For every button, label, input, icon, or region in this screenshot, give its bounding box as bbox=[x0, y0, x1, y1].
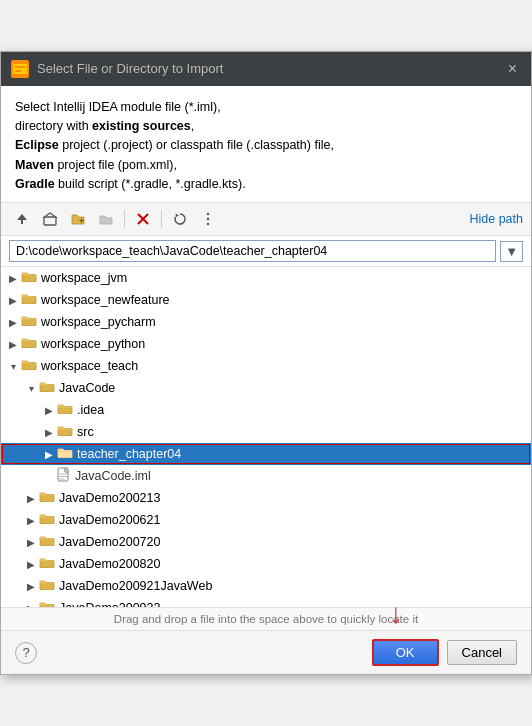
close-button[interactable]: × bbox=[504, 59, 521, 79]
more-button[interactable] bbox=[195, 208, 221, 230]
expand-arrow[interactable]: ▶ bbox=[5, 317, 21, 328]
tree-item[interactable]: JavaCode.iml bbox=[1, 465, 531, 487]
expand-arrow[interactable]: ▾ bbox=[5, 361, 21, 372]
expand-arrow[interactable]: ▶ bbox=[23, 515, 39, 526]
svg-rect-2 bbox=[15, 66, 25, 68]
tree-item-label: JavaDemo200922 bbox=[59, 601, 160, 607]
folder-icon bbox=[39, 556, 55, 572]
folder-icon bbox=[39, 534, 55, 550]
expand-arrow[interactable]: ▶ bbox=[41, 427, 57, 438]
path-input[interactable] bbox=[9, 240, 496, 262]
svg-point-10 bbox=[207, 223, 209, 225]
expand-arrow[interactable]: ▶ bbox=[23, 581, 39, 592]
toolbar-separator bbox=[124, 210, 125, 228]
folder-icon bbox=[39, 380, 55, 396]
help-button[interactable]: ? bbox=[15, 642, 37, 664]
expand-arrow[interactable]: ▶ bbox=[5, 273, 21, 284]
tree-item[interactable]: ▶ JavaDemo200921JavaWeb bbox=[1, 575, 531, 597]
file-icon bbox=[57, 467, 71, 486]
folder-icon bbox=[39, 512, 55, 528]
path-dropdown-button[interactable]: ▼ bbox=[500, 241, 523, 262]
tree-item[interactable]: ▶ teacher_chapter04 bbox=[1, 443, 531, 465]
folder-icon bbox=[39, 578, 55, 594]
tree-item-label: workspace_python bbox=[41, 337, 145, 351]
toolbar: + Hide path bbox=[1, 203, 531, 236]
tree-item[interactable]: ▶ workspace_pycharm bbox=[1, 311, 531, 333]
folder-icon bbox=[21, 292, 37, 308]
svg-rect-4 bbox=[44, 217, 56, 225]
tree-item-label: JavaDemo200720 bbox=[59, 535, 160, 549]
expand-arrow[interactable]: ▶ bbox=[23, 603, 39, 608]
tree-item-label: src bbox=[77, 425, 94, 439]
delete-button[interactable] bbox=[130, 208, 156, 230]
desc-line2-pre: directory with bbox=[15, 119, 92, 133]
tree-item-label: JavaDemo200820 bbox=[59, 557, 160, 571]
expand-arrow[interactable]: ▾ bbox=[23, 383, 39, 394]
collapse-button[interactable] bbox=[93, 208, 119, 230]
home-button[interactable] bbox=[37, 208, 63, 230]
tree-item[interactable]: ▶ workspace_jvm bbox=[1, 267, 531, 289]
tree-item[interactable]: ▶ JavaDemo200820 bbox=[1, 553, 531, 575]
tree-item[interactable]: ▾ workspace_teach bbox=[1, 355, 531, 377]
tree-item-label: workspace_newfeature bbox=[41, 293, 170, 307]
desc-line2-post: , bbox=[191, 119, 194, 133]
dialog-icon bbox=[11, 60, 29, 78]
svg-rect-3 bbox=[15, 70, 21, 72]
hide-path-link[interactable]: Hide path bbox=[469, 212, 523, 226]
folder-icon bbox=[57, 402, 73, 418]
svg-rect-1 bbox=[13, 64, 27, 74]
tree-item-label: workspace_jvm bbox=[41, 271, 127, 285]
tree-item[interactable]: ▾ JavaCode bbox=[1, 377, 531, 399]
expand-arrow[interactable]: ▶ bbox=[5, 295, 21, 306]
title-bar: Select File or Directory to Import × bbox=[1, 52, 531, 86]
tree-item[interactable]: ▶ JavaDemo200213 bbox=[1, 487, 531, 509]
tree-item-label: workspace_pycharm bbox=[41, 315, 156, 329]
folder-icon bbox=[57, 446, 73, 462]
desc-line1: Select Intellij IDEA module file (*.iml)… bbox=[15, 100, 221, 114]
tree-item-label: JavaCode.iml bbox=[75, 469, 151, 483]
folder-icon bbox=[57, 424, 73, 440]
dialog-title: Select File or Directory to Import bbox=[37, 61, 496, 76]
tree-item[interactable]: ▶ workspace_newfeature bbox=[1, 289, 531, 311]
expand-arrow[interactable]: ▶ bbox=[23, 559, 39, 570]
cancel-button[interactable]: Cancel bbox=[447, 640, 517, 665]
expand-arrow[interactable]: ▶ bbox=[41, 449, 57, 460]
desc-maven-bold: Maven bbox=[15, 158, 54, 172]
desc-line2-bold: existing sources bbox=[92, 119, 191, 133]
desc-eclipse-bold: Eclipse bbox=[15, 138, 59, 152]
refresh-button[interactable] bbox=[167, 208, 193, 230]
tree-item-label: JavaDemo200621 bbox=[59, 513, 160, 527]
tree-container[interactable]: ▶ workspace_jvm▶ workspace_newfeature▶ w… bbox=[1, 267, 531, 607]
drag-hint: Drag and drop a file into the space abov… bbox=[1, 607, 531, 630]
folder-icon bbox=[21, 270, 37, 286]
expand-arrow[interactable]: ▶ bbox=[23, 493, 39, 504]
svg-text:+: + bbox=[79, 216, 84, 226]
footer: ? OK Cancel bbox=[1, 630, 531, 674]
new-folder-button[interactable]: + bbox=[65, 208, 91, 230]
tree-item[interactable]: ▶ JavaDemo200720 bbox=[1, 531, 531, 553]
desc-line5-post: build script (*.gradle, *.gradle.kts). bbox=[55, 177, 246, 191]
tree-item[interactable]: ▶ src bbox=[1, 421, 531, 443]
tree-item-label: JavaDemo200213 bbox=[59, 491, 160, 505]
up-dir-button[interactable] bbox=[9, 208, 35, 230]
expand-arrow[interactable]: ▶ bbox=[41, 405, 57, 416]
tree-item[interactable]: ▶ JavaDemo200922 bbox=[1, 597, 531, 607]
toolbar-separator2 bbox=[161, 210, 162, 228]
tree-item-label: JavaCode bbox=[59, 381, 115, 395]
ok-button[interactable]: OK bbox=[372, 639, 439, 666]
desc-line4-post: project file (pom.xml), bbox=[54, 158, 177, 172]
expand-arrow[interactable]: ▶ bbox=[5, 339, 21, 350]
folder-icon bbox=[21, 358, 37, 374]
expand-arrow[interactable]: ▶ bbox=[23, 537, 39, 548]
folder-icon bbox=[21, 314, 37, 330]
svg-point-9 bbox=[207, 218, 209, 220]
folder-icon bbox=[39, 490, 55, 506]
folder-icon bbox=[21, 336, 37, 352]
tree-item-label: workspace_teach bbox=[41, 359, 138, 373]
dialog: Select File or Directory to Import × Sel… bbox=[0, 51, 532, 676]
tree-item[interactable]: ▶ JavaDemo200621 bbox=[1, 509, 531, 531]
tree-item[interactable]: ▶ workspace_python bbox=[1, 333, 531, 355]
tree-item-label: .idea bbox=[77, 403, 104, 417]
tree-item[interactable]: ▶ .idea bbox=[1, 399, 531, 421]
tree-item-label: teacher_chapter04 bbox=[77, 447, 181, 461]
